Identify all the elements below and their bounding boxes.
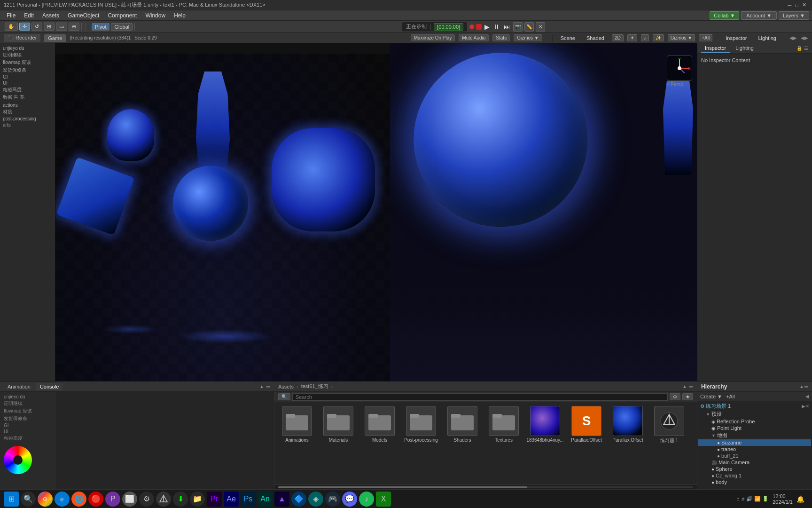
hierarchy-map[interactable]: ▼ 地图 bbox=[698, 431, 811, 439]
hierarchy-scene-root[interactable]: ⚙ 练习场景 1 ▶ ✕ bbox=[698, 402, 811, 410]
hand-tool[interactable]: ✋ bbox=[5, 23, 18, 31]
hierarchy-body[interactable]: ● body bbox=[698, 479, 811, 485]
asset-models[interactable]: Models bbox=[361, 406, 398, 443]
scene-minimize[interactable]: ▶ bbox=[802, 404, 805, 409]
tray-icons[interactable]: ⌂ ♬ 🔊 📶 🔋 bbox=[736, 496, 769, 502]
global-button[interactable]: Global bbox=[111, 23, 133, 31]
asset-shaders[interactable]: Shaders bbox=[444, 406, 481, 443]
cl-item-7[interactable]: 粒碰高度 bbox=[2, 435, 53, 442]
left-item-6[interactable]: UI bbox=[1, 80, 54, 86]
menu-assets[interactable]: Assets bbox=[39, 11, 63, 20]
scene-fx-btn[interactable]: ✨ bbox=[653, 34, 664, 41]
gizmo-compass[interactable]: X Y < Persp bbox=[667, 56, 695, 84]
hierarchy-menu[interactable]: ☰ bbox=[804, 384, 808, 389]
assets-collapse[interactable]: ▲ bbox=[682, 384, 687, 389]
taskbar-chrome[interactable]: ⊙ bbox=[38, 492, 53, 507]
lighting-tab[interactable]: Lighting bbox=[754, 35, 780, 41]
maximize-btn[interactable]: □ bbox=[795, 2, 798, 8]
scene-gizmos2-btn[interactable]: Gizmos ▼ bbox=[668, 34, 695, 41]
taskbar-folder[interactable]: 📁 bbox=[190, 492, 205, 507]
pause-button[interactable]: ⏸ bbox=[492, 23, 501, 31]
assets-search-input[interactable] bbox=[292, 393, 668, 401]
account-button[interactable]: Account ▼ bbox=[741, 11, 777, 20]
game-tab[interactable]: Game bbox=[44, 34, 66, 42]
hierarchy-suzanne[interactable]: ● Suzanne bbox=[698, 439, 811, 446]
left-item-5[interactable]: GI bbox=[1, 74, 54, 80]
taskbar-red[interactable]: 🔴 bbox=[88, 492, 103, 507]
assets-star-btn[interactable]: ★ bbox=[682, 393, 693, 400]
menu-edit[interactable]: Edit bbox=[20, 11, 38, 20]
panel-collapse-left[interactable]: ◀▶ bbox=[789, 35, 797, 40]
persp-label[interactable]: < Persp bbox=[667, 82, 695, 87]
hierarchy-traneo[interactable]: ● traneo bbox=[698, 446, 811, 452]
taskbar-anim[interactable]: An bbox=[258, 492, 273, 507]
gizmos-btn[interactable]: Gizmos ▼ bbox=[514, 34, 542, 41]
pivot-button[interactable]: Pivot bbox=[92, 23, 109, 31]
left-item-12[interactable]: post-processing bbox=[1, 116, 54, 122]
step-button[interactable]: ⏭ bbox=[503, 23, 511, 31]
asset-postprocessing[interactable]: Post-processing bbox=[402, 406, 440, 443]
asset-texture1[interactable]: 183648bhu4nuy... bbox=[526, 406, 564, 443]
taskbar-discord[interactable]: 💬 bbox=[342, 492, 357, 507]
panel-menu-icon[interactable]: ☰ bbox=[804, 46, 808, 51]
asset-animations[interactable]: Animations bbox=[278, 406, 316, 443]
recorder-tab[interactable]: ⚫ Recorder bbox=[4, 34, 40, 42]
taskbar-unity[interactable] bbox=[156, 492, 171, 507]
hierarchy-collapse[interactable]: ▲ bbox=[799, 384, 804, 389]
panel-lock-icon[interactable]: 🔒 bbox=[796, 46, 802, 51]
more-button[interactable]: ✏️ bbox=[524, 22, 534, 32]
hierarchy-czwang[interactable]: ● Cz_wang 1 bbox=[698, 472, 811, 479]
left-item-10[interactable]: actions bbox=[1, 102, 54, 108]
notification-btn[interactable]: 🔔 bbox=[796, 495, 804, 503]
hierarchy-reflection-probe[interactable]: ◈ Reflection Probe bbox=[698, 418, 811, 425]
left-item-2[interactable]: 证明继续 bbox=[1, 51, 54, 59]
scene-tab-label[interactable]: Scene bbox=[557, 35, 579, 41]
breadcrumb-assets[interactable]: Assets bbox=[278, 384, 294, 389]
cl-item-4[interactable]: 发货保修条 bbox=[2, 415, 53, 422]
rect-tool[interactable]: ▭ bbox=[56, 23, 67, 31]
menu-help[interactable]: Help bbox=[170, 11, 189, 20]
taskbar-settings[interactable]: ⚙ bbox=[139, 492, 154, 507]
search-icon-btn[interactable]: 🔍 bbox=[278, 393, 290, 400]
hierarchy-main-camera[interactable]: 🎥 Main Camera bbox=[698, 459, 811, 466]
menu-window[interactable]: Window bbox=[141, 11, 169, 20]
taskbar-browser2[interactable]: e bbox=[55, 492, 70, 507]
hierarchy-collapse2[interactable]: ◀ bbox=[805, 394, 809, 399]
assets-scrollbar[interactable] bbox=[274, 484, 697, 489]
menu-gameobject[interactable]: GameObject bbox=[64, 11, 103, 20]
scene-all-btn[interactable]: +All bbox=[699, 34, 712, 41]
taskbar-game2[interactable]: ▲ bbox=[274, 492, 289, 507]
taskbar-steam[interactable]: 🎮 bbox=[325, 492, 340, 507]
taskbar-blue[interactable]: 🔷 bbox=[291, 492, 306, 507]
asset-unity1[interactable]: 练习题 1 bbox=[650, 406, 688, 444]
asset-shader-s[interactable]: S Parallax:Offset bbox=[568, 406, 605, 443]
scene-gizmos-btn[interactable]: ☀ bbox=[627, 34, 637, 41]
cl-item-1[interactable]: unjieyo du bbox=[2, 394, 53, 400]
capture-button[interactable]: 📷 bbox=[513, 22, 523, 32]
taskbar-white[interactable]: ⬜ bbox=[122, 492, 137, 507]
left-item-11[interactable]: 材质 bbox=[1, 108, 54, 116]
transform-tool[interactable]: ⊕ bbox=[69, 23, 79, 31]
hierarchy-preset[interactable]: ▼ 预设 bbox=[698, 410, 811, 418]
left-item-13[interactable]: arts bbox=[1, 122, 54, 128]
taskbar-browser3[interactable]: 🌐 bbox=[71, 492, 86, 507]
assets-filter-btn[interactable]: ⚙ bbox=[670, 393, 680, 400]
mute-audio-btn[interactable]: Mute Audio bbox=[459, 34, 489, 41]
taskbar-premiere[interactable]: Pr bbox=[207, 492, 222, 507]
cl-item-5[interactable]: GI bbox=[2, 422, 53, 429]
taskbar-music[interactable]: ♪ bbox=[359, 492, 374, 507]
hierarchy-point-light[interactable]: ◉ Point Light bbox=[698, 425, 811, 431]
panel-collapse-right[interactable]: ◀▶ bbox=[801, 35, 808, 40]
collab-button[interactable]: Collab ▼ bbox=[710, 11, 739, 20]
stats-btn[interactable]: Stats bbox=[492, 34, 510, 41]
console-collapse[interactable]: ▲ bbox=[259, 384, 264, 389]
taskbar-cyan[interactable]: ◈ bbox=[308, 492, 323, 507]
maximize-on-play-btn[interactable]: Maximize On Play bbox=[411, 34, 455, 41]
lighting-tab-btn[interactable]: Lighting bbox=[732, 44, 757, 53]
animation-tab[interactable]: Animation bbox=[4, 383, 34, 390]
hierarchy-sphere[interactable]: ● Sphere bbox=[698, 466, 811, 472]
rotate-tool[interactable]: ↺ bbox=[31, 23, 42, 31]
assets-menu[interactable]: ☰ bbox=[689, 384, 693, 389]
all-button[interactable]: +All bbox=[726, 394, 735, 399]
cl-item-3[interactable]: flowmap 应该 bbox=[2, 407, 53, 415]
